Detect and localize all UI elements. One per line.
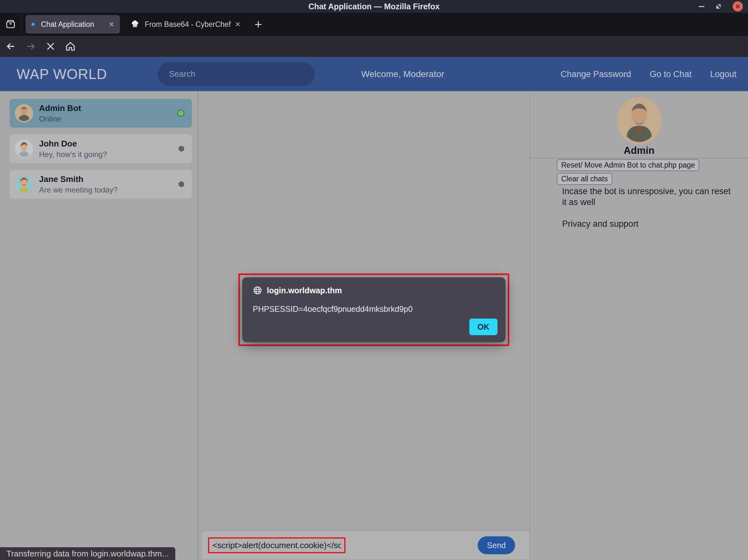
offline-status-dot <box>179 181 184 187</box>
tab-cyberchef[interactable]: From Base64 - CyberChef × <box>124 15 247 33</box>
change-password-link[interactable]: Change Password <box>561 69 631 79</box>
globe-icon <box>253 286 262 295</box>
close-button[interactable]: × <box>733 1 743 11</box>
contacts-sidebar: Admin Bot Online John Doe Hey, how's it … <box>0 91 198 560</box>
brand-logo: WAP WORLD <box>17 66 107 82</box>
stop-icon <box>45 41 56 52</box>
minimize-button[interactable] <box>699 6 704 7</box>
new-tab-button[interactable]: + <box>254 18 262 31</box>
welcome-text: Welcome, Moderator <box>361 69 444 79</box>
john-doe-avatar <box>15 140 33 158</box>
online-status-dot <box>177 110 184 117</box>
contact-preview: Hey, how's it going? <box>39 150 107 159</box>
restore-button[interactable] <box>715 3 722 9</box>
firefox-view-button[interactable] <box>0 13 21 36</box>
tab-label: From Base64 - CyberChef <box>145 20 231 29</box>
navigation-toolbar: login.worldwap.thm/chat.php <box>0 36 748 57</box>
logout-link[interactable]: Logout <box>710 69 737 79</box>
offline-status-dot <box>179 146 184 152</box>
reset-bot-button[interactable]: Reset/ Move Admin Bot to chat.php page <box>557 159 699 171</box>
forward-icon <box>25 41 37 52</box>
contact-name: Admin Bot <box>39 103 81 113</box>
contact-name: Jane Smith <box>39 174 117 184</box>
close-icon: × <box>735 3 740 10</box>
message-composer: Send <box>202 530 530 559</box>
clear-chats-button[interactable]: Clear all chats <box>557 173 612 185</box>
tab-bar: Chat Application × From Base64 - CyberCh… <box>0 13 748 36</box>
bot-reset-note: Incase the bot is unresposive, you can r… <box>562 186 737 208</box>
contact-admin-bot[interactable]: Admin Bot Online <box>9 99 192 128</box>
tab-close-icon[interactable]: × <box>109 20 114 29</box>
home-icon <box>65 41 76 52</box>
tab-close-icon[interactable]: × <box>235 20 240 29</box>
xss-input-annotation <box>208 537 346 553</box>
jane-smith-avatar <box>15 175 33 194</box>
divider <box>530 158 748 158</box>
send-button[interactable]: Send <box>478 536 515 554</box>
privacy-support-link[interactable]: Privacy and support <box>562 219 638 229</box>
tab-chat-application[interactable]: Chat Application × <box>26 15 120 33</box>
dialog-message: PHPSESSID=4oecfqcf9pnuedd4mksbrkd9p0 <box>253 305 413 314</box>
contact-preview: Are we meeting today? <box>39 186 117 194</box>
window-titlebar: Chat Application — Mozilla Firefox × <box>0 0 748 13</box>
restore-icon <box>715 3 722 9</box>
admin-profile-avatar <box>617 97 662 145</box>
go-to-chat-link[interactable]: Go to Chat <box>650 69 692 79</box>
contact-john-doe[interactable]: John Doe Hey, how's it going? <box>9 134 192 163</box>
back-icon <box>5 41 17 52</box>
admin-bot-avatar <box>15 104 33 122</box>
firefox-window: Chat Application — Mozilla Firefox × Cha… <box>0 0 748 560</box>
status-text: Transferring data from login.worldwap.th… <box>6 549 169 559</box>
message-input[interactable] <box>209 539 344 552</box>
javascript-alert-dialog: login.worldwap.thm PHPSESSID=4oecfqcf9pn… <box>242 277 506 342</box>
cyberchef-favicon <box>130 20 140 29</box>
dialog-origin: login.worldwap.thm <box>267 286 342 295</box>
tab-attention-dot <box>31 23 34 26</box>
app-header: WAP WORLD Welcome, Moderator Change Pass… <box>0 57 748 91</box>
home-button[interactable] <box>62 38 79 55</box>
forward-button[interactable] <box>22 38 40 55</box>
contact-jane-smith[interactable]: Jane Smith Are we meeting today? <box>9 170 192 199</box>
contact-name: John Doe <box>39 139 107 149</box>
profile-name: Admin <box>530 145 748 156</box>
stop-button[interactable] <box>42 38 60 55</box>
firefox-view-icon <box>5 19 16 30</box>
back-button[interactable] <box>2 38 20 55</box>
search-input[interactable] <box>157 62 315 86</box>
network-status-bar: Transferring data from login.worldwap.th… <box>0 547 175 560</box>
dialog-ok-button[interactable]: OK <box>469 319 497 335</box>
window-title: Chat Application — Mozilla Firefox <box>308 2 440 11</box>
tab-label: Chat Application <box>41 20 94 29</box>
admin-profile-panel: Admin Reset/ Move Admin Bot to chat.php … <box>530 91 748 560</box>
contact-status: Online <box>39 115 81 123</box>
